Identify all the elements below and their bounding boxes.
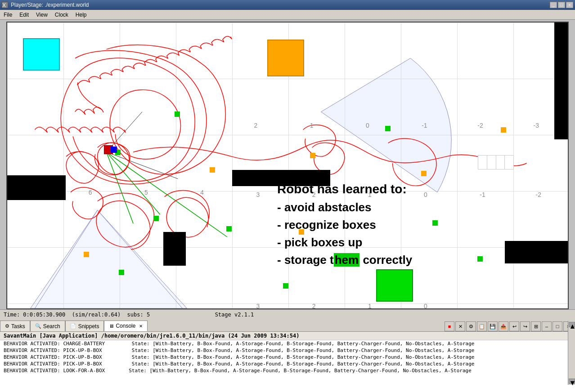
status-simreal: (sim/real:0.64) bbox=[72, 312, 121, 318]
status-bar: Time: 0:0:05:30.900 (sim/real:0.64) subs… bbox=[0, 309, 575, 319]
menu-view[interactable]: View bbox=[32, 11, 51, 19]
save-button[interactable]: 💾 bbox=[488, 321, 498, 331]
menu-file[interactable]: File bbox=[0, 11, 16, 19]
tabs-bar: ⚙ Tasks 🔍 Search 📄 Snippets 🖥 Console ✕ … bbox=[0, 319, 575, 332]
tab-snippets[interactable]: 📄 Snippets bbox=[65, 321, 104, 331]
snippets-icon: 📄 bbox=[70, 323, 76, 329]
minimize-console-button[interactable]: – bbox=[542, 321, 552, 331]
svg-text:0: 0 bbox=[366, 122, 369, 129]
green-small-5 bbox=[226, 226, 232, 232]
svg-text:-1: -1 bbox=[480, 191, 485, 198]
svg-text:-2: -2 bbox=[477, 122, 483, 129]
black-obstacle-center-bottom bbox=[163, 232, 186, 266]
green-small-8 bbox=[283, 283, 288, 289]
svg-text:6: 6 bbox=[89, 189, 92, 196]
simulation-window: 2 1 0 -1 -2 -3 7 6 5 4 3 2 1 0 -1 -2 3 2… bbox=[6, 22, 569, 309]
window-title: Player/Stage: ./experiment.world bbox=[11, 2, 89, 8]
green-small-3 bbox=[432, 220, 438, 226]
tab-search[interactable]: 🔍 Search bbox=[30, 321, 65, 331]
vscroll-down[interactable]: ▼ bbox=[569, 379, 575, 384]
svg-text:2: 2 bbox=[312, 191, 316, 198]
state-1: State: [With-Battery, B-Box-Found, A-Sto… bbox=[132, 347, 475, 353]
svg-text:1: 1 bbox=[368, 303, 372, 308]
menu-bar: File Edit View Clock Help bbox=[0, 10, 575, 20]
orange-small-6 bbox=[84, 252, 89, 257]
copy-button[interactable]: 📋 bbox=[477, 321, 487, 331]
menu-help[interactable]: Help bbox=[72, 11, 90, 19]
console-line-1: BEHAVIOR ACTIVATED: PICK-UP-B-BOX State:… bbox=[0, 347, 575, 354]
svg-text:1: 1 bbox=[368, 191, 372, 198]
menu-edit[interactable]: Edit bbox=[16, 11, 32, 19]
state-0: State: [With-Battery, B-Box-Found, A-Sto… bbox=[132, 341, 475, 347]
white-cell-1 bbox=[478, 156, 487, 169]
robot-blue bbox=[111, 147, 117, 153]
svg-text:2: 2 bbox=[312, 303, 316, 308]
behavior-0: CHARGE-BATTERY bbox=[63, 341, 105, 347]
console-line-4: BEHAVIOR ACTIVATED: LOOK-FOR-A-BOX State… bbox=[0, 367, 575, 374]
orange-small-1 bbox=[210, 167, 215, 173]
redo-button[interactable]: ↪ bbox=[520, 321, 530, 331]
white-cell-2 bbox=[487, 156, 496, 169]
title-bar: X Player/Stage: ./experiment.world _ □ × bbox=[0, 0, 575, 10]
vscrollbar[interactable]: ▲ ▼ bbox=[568, 321, 575, 385]
svg-text:-2: -2 bbox=[536, 191, 542, 198]
green-small-7 bbox=[477, 256, 483, 262]
green-small-2 bbox=[385, 126, 391, 131]
black-center-bar bbox=[232, 170, 330, 186]
svg-text:3: 3 bbox=[256, 303, 260, 308]
svg-line-4 bbox=[107, 152, 227, 237]
white-cell-3 bbox=[496, 156, 505, 169]
vscroll-up[interactable]: ▲ bbox=[569, 322, 575, 327]
green-small-1 bbox=[175, 111, 180, 117]
menu-clock[interactable]: Clock bbox=[51, 11, 72, 19]
maximize-console-button[interactable]: □ bbox=[553, 321, 562, 331]
orange-box bbox=[267, 40, 304, 76]
settings-button[interactable]: ⚙ bbox=[466, 321, 476, 331]
svg-text:0: 0 bbox=[424, 303, 427, 308]
tab-search-label: Search bbox=[43, 323, 60, 330]
tab-tasks-label: Tasks bbox=[11, 323, 25, 330]
state-4: State: [With-Battery, B-Box-Found, A-Sto… bbox=[129, 368, 472, 374]
console-line-0: BEHAVIOR ACTIVATED: CHARGE-BATTERY State… bbox=[0, 340, 575, 347]
status-subs: subs: 5 bbox=[127, 312, 150, 318]
svg-text:2: 2 bbox=[254, 122, 257, 129]
green-large-box bbox=[376, 269, 413, 302]
black-obstacle-top-right bbox=[554, 22, 568, 139]
tab-snippets-label: Snippets bbox=[78, 323, 99, 330]
orange-small-4 bbox=[299, 229, 304, 235]
export-button[interactable]: 📤 bbox=[499, 321, 508, 331]
close-console-icon[interactable]: ✕ bbox=[139, 324, 143, 329]
undo-button[interactable]: ↩ bbox=[509, 321, 519, 331]
svg-text:5: 5 bbox=[144, 189, 148, 196]
tab-toolbar-right: ■ ✕ ⚙ 📋 💾 📤 ↩ ↪ ⊞ – □ × bbox=[443, 321, 575, 331]
minimize-button[interactable]: _ bbox=[550, 2, 557, 8]
status-time: Time: 0:0:05:30.900 bbox=[4, 312, 65, 318]
console-icon: 🖥 bbox=[109, 323, 114, 329]
svg-text:-1: -1 bbox=[422, 122, 427, 129]
black-obstacle-right-bottom bbox=[505, 241, 568, 263]
cyan-storage-box bbox=[23, 38, 60, 71]
svg-text:1: 1 bbox=[310, 122, 314, 129]
layout-button[interactable]: ⊞ bbox=[531, 321, 541, 331]
stop-button[interactable]: ■ bbox=[445, 321, 454, 331]
behavior-1: PICK-UP-B-BOX bbox=[63, 347, 102, 353]
app-icon: X bbox=[2, 2, 8, 8]
white-grid-cells bbox=[478, 155, 514, 169]
title-bar-buttons[interactable]: _ □ × bbox=[550, 2, 573, 8]
maximize-button[interactable]: □ bbox=[558, 2, 565, 8]
console-line-2: BEHAVIOR ACTIVATED: PICK-UP-B-BOX State:… bbox=[0, 354, 575, 361]
green-small-4 bbox=[153, 216, 159, 221]
orange-small-3 bbox=[421, 171, 427, 176]
tab-console[interactable]: 🖥 Console ✕ bbox=[104, 321, 148, 331]
console-title: SavantMain [Java Application] /home/orom… bbox=[0, 332, 575, 340]
status-stage: Stage v2.1.1 bbox=[215, 312, 254, 318]
tab-tasks[interactable]: ⚙ Tasks bbox=[0, 321, 30, 331]
svg-text:4: 4 bbox=[200, 189, 204, 196]
console-line-3: BEHAVIOR ACTIVATED: PICK-UP-B-BOX State:… bbox=[0, 361, 575, 367]
behavior-4: LOOK-FOR-A-BOX bbox=[63, 368, 105, 374]
state-2: State: [With-Battery, B-Box-Found, A-Sto… bbox=[132, 354, 475, 360]
white-cell-4 bbox=[505, 156, 513, 169]
title-bar-title: X Player/Stage: ./experiment.world bbox=[2, 2, 89, 8]
terminate-button[interactable]: ✕ bbox=[455, 321, 465, 331]
close-button[interactable]: × bbox=[566, 2, 573, 8]
